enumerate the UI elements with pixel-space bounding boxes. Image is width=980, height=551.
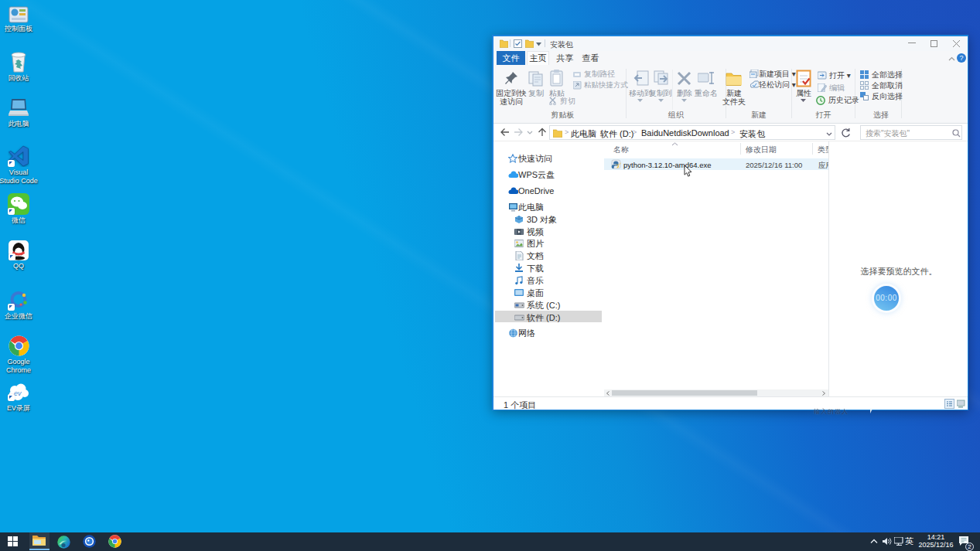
svg-text:ev: ev [14,389,22,397]
